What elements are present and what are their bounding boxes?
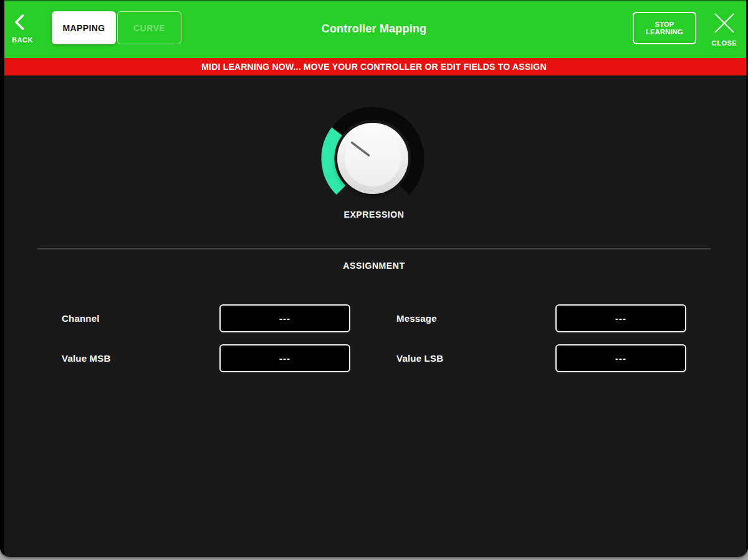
value-msb-label: Value MSB <box>62 344 111 372</box>
assignment-title: ASSIGNMENT <box>0 261 748 271</box>
midi-learning-banner: MIDI LEARNING NOW... MOVE YOUR CONTROLLE… <box>0 58 748 75</box>
value-msb-field[interactable]: --- <box>219 344 350 372</box>
expression-knob[interactable] <box>320 105 426 211</box>
knob-label: EXPRESSION <box>0 210 748 220</box>
stop-learning-button[interactable]: STOP LEARNING <box>633 12 696 44</box>
back-label: BACK <box>7 36 37 44</box>
value-lsb-field[interactable]: --- <box>555 344 686 372</box>
app-window: BACK MAPPING CURVE Controller Mapping ST… <box>0 0 748 557</box>
knob-disc-inner <box>345 130 401 186</box>
close-icon <box>713 12 736 34</box>
channel-label: Channel <box>62 304 100 332</box>
message-label: Message <box>396 304 437 332</box>
message-field[interactable]: --- <box>555 304 686 332</box>
value-lsb-label: Value LSB <box>396 344 443 372</box>
close-button[interactable]: CLOSE <box>708 12 741 47</box>
top-bar: BACK MAPPING CURVE Controller Mapping ST… <box>0 0 748 58</box>
window-left-edge <box>0 0 4 557</box>
window-top-edge <box>0 0 748 1</box>
section-divider <box>37 248 711 249</box>
channel-field[interactable]: --- <box>219 304 350 332</box>
close-label: CLOSE <box>708 39 741 47</box>
